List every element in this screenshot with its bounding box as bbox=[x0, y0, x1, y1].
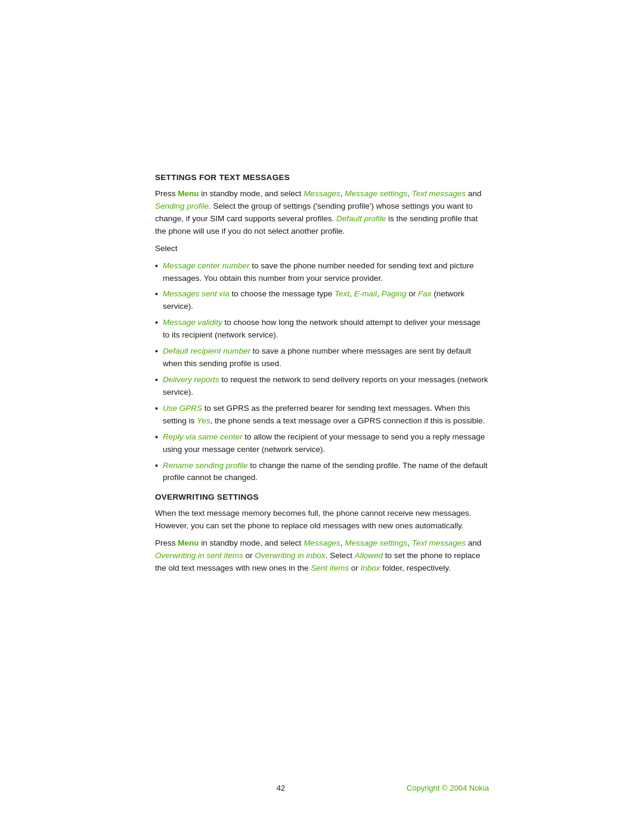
bullet-messages-sent-via: Messages sent via to choose the message … bbox=[155, 288, 489, 313]
overwriting-inbox-link: Overwriting in inbox bbox=[255, 551, 326, 560]
default-profile-link: Default profile bbox=[336, 214, 386, 223]
menu-link1: Menu bbox=[178, 189, 199, 198]
text-messages-link2: Text messages bbox=[412, 538, 466, 547]
bullet-message-validity: Message validity to choose how long the … bbox=[155, 317, 489, 342]
type-email-link: E-mail bbox=[354, 289, 377, 298]
type-paging-link: Paging bbox=[381, 289, 406, 298]
allowed-link: Allowed bbox=[355, 551, 383, 560]
sent-items-link: Sent items bbox=[311, 563, 349, 572]
default-recipient-link: Default recipient number bbox=[163, 346, 250, 355]
bullet-use-gprs-text: Use GPRS to set GPRS as the preferred be… bbox=[163, 402, 489, 428]
page: SETTINGS FOR TEXT MESSAGES Press Menu in… bbox=[0, 0, 644, 833]
bullet-message-center: Message center number to save the phone … bbox=[155, 260, 489, 285]
footer: 42 Copyright © 2004 Nokia bbox=[155, 783, 489, 792]
rename-sending-profile-link: Rename sending profile bbox=[163, 461, 248, 470]
bullet-message-validity-text: Message validity to choose how long the … bbox=[163, 317, 489, 342]
text-messages-link1: Text messages bbox=[412, 189, 466, 198]
menu-link2: Menu bbox=[178, 538, 199, 547]
message-center-link: Message center number bbox=[163, 261, 250, 270]
message-settings-link2: Message settings bbox=[345, 538, 407, 547]
bullet-messages-sent-via-text: Messages sent via to choose the message … bbox=[163, 288, 489, 313]
type-text-link: Text bbox=[335, 289, 349, 298]
bullet-default-recipient-text: Default recipient number to save a phone… bbox=[163, 345, 489, 370]
type-fax-link: Fax bbox=[418, 289, 432, 298]
section2-para2: Press Menu in standby mode, and select M… bbox=[155, 537, 489, 575]
bullet-default-recipient: Default recipient number to save a phone… bbox=[155, 345, 489, 370]
sending-profile-link1: Sending profile bbox=[155, 202, 209, 210]
message-validity-link: Message validity bbox=[163, 318, 222, 327]
bullet-delivery-reports: Delivery reports to request the network … bbox=[155, 374, 489, 399]
section1-intro: Press Menu in standby mode, and select M… bbox=[155, 188, 489, 238]
overwriting-sent-link: Overwriting in sent items bbox=[155, 551, 243, 560]
footer-page-number: 42 bbox=[277, 784, 285, 792]
section2-para1: When the text message memory becomes ful… bbox=[155, 507, 489, 532]
content-area: SETTINGS FOR TEXT MESSAGES Press Menu in… bbox=[155, 173, 489, 580]
bullet-reply-via-same-center: Reply via same center to allow the recip… bbox=[155, 431, 489, 456]
footer-copyright: Copyright © 2004 Nokia bbox=[407, 784, 489, 792]
yes-link: Yes bbox=[197, 416, 210, 425]
select-label: Select bbox=[155, 243, 489, 255]
messages-link2: Messages bbox=[304, 538, 340, 547]
messages-link1: Messages bbox=[304, 189, 340, 198]
inbox-link: Inbox bbox=[360, 563, 380, 572]
section-settings-for-text-messages: SETTINGS FOR TEXT MESSAGES Press Menu in… bbox=[155, 173, 489, 484]
bullet-reply-via-same-center-text: Reply via same center to allow the recip… bbox=[163, 431, 489, 456]
bullet-message-center-text: Message center number to save the phone … bbox=[163, 260, 489, 285]
settings-bullet-list: Message center number to save the phone … bbox=[155, 260, 489, 485]
section2-heading: OVERWRITING SETTINGS bbox=[155, 493, 489, 501]
bullet-rename-sending-profile-text: Rename sending profile to change the nam… bbox=[163, 460, 489, 485]
messages-sent-via-link: Messages sent via bbox=[163, 289, 230, 298]
message-settings-link1: Message settings bbox=[345, 189, 407, 198]
use-gprs-link: Use GPRS bbox=[163, 404, 202, 413]
section1-heading: SETTINGS FOR TEXT MESSAGES bbox=[155, 173, 489, 182]
bullet-rename-sending-profile: Rename sending profile to change the nam… bbox=[155, 460, 489, 485]
bullet-delivery-reports-text: Delivery reports to request the network … bbox=[163, 374, 489, 399]
section-overwriting-settings: OVERWRITING SETTINGS When the text messa… bbox=[155, 493, 489, 575]
delivery-reports-link: Delivery reports bbox=[163, 375, 219, 384]
reply-via-same-center-link: Reply via same center bbox=[163, 432, 243, 441]
bullet-use-gprs: Use GPRS to set GPRS as the preferred be… bbox=[155, 402, 489, 428]
